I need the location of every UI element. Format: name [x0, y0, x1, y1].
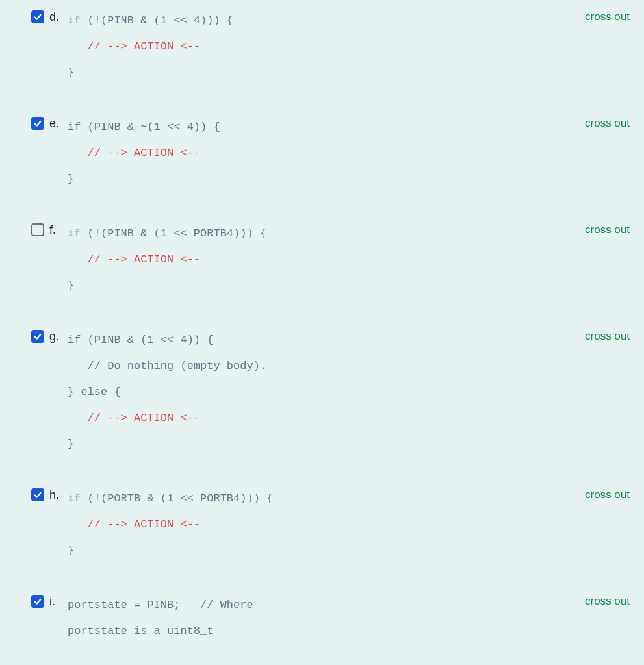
checkbox-wrap: [31, 592, 47, 608]
option-checkbox[interactable]: [31, 10, 44, 23]
quiz-option: i.portstate = PINB; // Where portstate i…: [9, 592, 635, 644]
checkbox-wrap: [31, 8, 47, 23]
quiz-option: h.if (!(PORTB & (1 << PORTB4))) { // -->…: [9, 486, 635, 564]
code-line: if (PINB & ~(1 << 4)) {: [68, 121, 220, 133]
checkbox-wrap: [31, 327, 47, 343]
cross-out-link[interactable]: cross out: [585, 223, 630, 236]
option-letter: e.: [49, 114, 64, 131]
option-checkbox[interactable]: [31, 117, 44, 130]
checkbox-wrap: [31, 221, 47, 236]
code-block: portstate = PINB; // Where portstate is …: [68, 592, 635, 644]
option-body: if (!(PORTB & (1 << PORTB4))) { // --> A…: [64, 486, 635, 564]
code-line: portstate = PINB; // Where: [68, 599, 253, 611]
option-body: if (PINB & (1 << 4)) { // Do nothing (em…: [64, 327, 635, 457]
code-line: }: [68, 544, 74, 557]
code-line: if (!(PINB & (1 << 4))) {: [68, 14, 233, 27]
option-body: if (!(PINB & (1 << 4))) { // --> ACTION …: [64, 8, 635, 86]
option-checkbox[interactable]: [31, 223, 44, 236]
check-icon: [33, 490, 42, 499]
cross-out-link[interactable]: cross out: [585, 330, 630, 343]
code-line: }: [68, 173, 74, 185]
quiz-option: e.if (PINB & ~(1 << 4)) { // --> ACTION …: [9, 114, 635, 192]
checkbox-wrap: [31, 486, 47, 501]
check-icon: [33, 597, 42, 606]
quiz-option: f.if (!(PINB & (1 << PORTB4))) { // --> …: [9, 221, 635, 299]
quiz-options-container: d.if (!(PINB & (1 << 4))) { // --> ACTIO…: [0, 0, 644, 644]
code-line: }: [68, 438, 74, 450]
checkbox-wrap: [31, 114, 47, 130]
code-line: portstate is a uint8_t: [68, 625, 213, 637]
code-line: }: [68, 66, 74, 79]
option-letter: d.: [49, 8, 64, 24]
code-line: // --> ACTION <--: [68, 40, 200, 53]
code-block: if (PINB & ~(1 << 4)) { // --> ACTION <-…: [68, 114, 635, 192]
option-body: if (!(PINB & (1 << PORTB4))) { // --> AC…: [64, 221, 635, 299]
cross-out-link[interactable]: cross out: [585, 595, 630, 608]
option-checkbox[interactable]: [31, 330, 44, 343]
check-icon: [33, 119, 42, 128]
code-line: // --> ACTION <--: [68, 412, 200, 424]
option-checkbox[interactable]: [31, 595, 44, 608]
option-checkbox[interactable]: [31, 488, 44, 501]
code-line: // --> ACTION <--: [68, 518, 200, 531]
code-line: // --> ACTION <--: [68, 147, 200, 159]
code-block: if (!(PINB & (1 << 4))) { // --> ACTION …: [68, 8, 635, 86]
check-icon: [33, 332, 42, 341]
code-line: // --> ACTION <--: [68, 253, 200, 266]
option-letter: g.: [49, 327, 64, 344]
cross-out-link[interactable]: cross out: [585, 10, 630, 23]
quiz-option: g.if (PINB & (1 << 4)) { // Do nothing (…: [9, 327, 635, 457]
code-block: if (!(PINB & (1 << PORTB4))) { // --> AC…: [68, 221, 635, 299]
cross-out-link[interactable]: cross out: [585, 488, 630, 501]
code-block: if (PINB & (1 << 4)) { // Do nothing (em…: [68, 327, 635, 457]
code-block: if (!(PORTB & (1 << PORTB4))) { // --> A…: [68, 486, 635, 564]
code-line: } else {: [68, 386, 121, 398]
code-line: // Do nothing (empty body).: [68, 360, 266, 372]
code-line: if (!(PINB & (1 << PORTB4))) {: [68, 227, 266, 240]
option-letter: h.: [49, 486, 64, 502]
option-letter: f.: [49, 221, 64, 237]
code-line: if (PINB & (1 << 4)) {: [68, 334, 213, 346]
code-line: }: [68, 279, 74, 292]
check-icon: [33, 12, 42, 21]
quiz-option: d.if (!(PINB & (1 << 4))) { // --> ACTIO…: [9, 8, 635, 86]
option-body: if (PINB & ~(1 << 4)) { // --> ACTION <-…: [64, 114, 635, 192]
code-line: if (!(PORTB & (1 << PORTB4))) {: [68, 492, 273, 505]
cross-out-link[interactable]: cross out: [585, 117, 630, 130]
option-body: portstate = PINB; // Where portstate is …: [64, 592, 635, 644]
option-letter: i.: [49, 592, 64, 609]
